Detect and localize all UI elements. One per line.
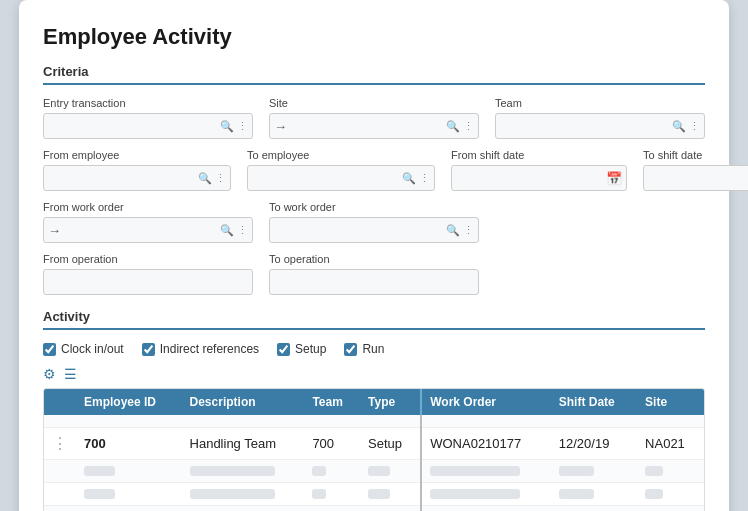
- table-row: [44, 506, 704, 512]
- cell-type: Setup: [360, 428, 421, 460]
- site-input[interactable]: → 🔍 ⋮: [269, 113, 479, 139]
- to-work-order-input[interactable]: 🔍 ⋮: [269, 217, 479, 243]
- from-operation-text[interactable]: [48, 275, 248, 289]
- cell-employee-id: [76, 460, 182, 483]
- search-icon[interactable]: 🔍: [220, 224, 234, 237]
- search-icon[interactable]: 🔍: [220, 120, 234, 133]
- from-operation-input[interactable]: [43, 269, 253, 295]
- menu-icon[interactable]: ⋮: [463, 224, 474, 237]
- table-row: [44, 460, 704, 483]
- from-work-order-text[interactable]: [65, 223, 220, 237]
- search-icon[interactable]: 🔍: [672, 120, 686, 133]
- menu-icon[interactable]: ⋮: [463, 120, 474, 133]
- menu-icon[interactable]: ⋮: [237, 120, 248, 133]
- to-work-order-text[interactable]: [274, 223, 446, 237]
- to-operation-text[interactable]: [274, 275, 474, 289]
- activity-table-wrapper: Employee ID Description Team Type Work O…: [43, 388, 705, 511]
- list-icon[interactable]: ☰: [64, 366, 77, 382]
- table-row: [44, 415, 704, 428]
- setup-label: Setup: [295, 342, 326, 356]
- cell-type: [360, 415, 421, 428]
- indirect-refs-checkbox[interactable]: Indirect references: [142, 342, 259, 356]
- team-icons: 🔍 ⋮: [672, 120, 700, 133]
- entry-transaction-label: Entry transaction: [43, 97, 253, 109]
- to-employee-input[interactable]: 🔍 ⋮: [247, 165, 435, 191]
- from-work-order-input[interactable]: → 🔍 ⋮: [43, 217, 253, 243]
- site-icons: 🔍 ⋮: [446, 120, 474, 133]
- team-label: Team: [495, 97, 705, 109]
- team-text[interactable]: [500, 119, 672, 133]
- checkboxes-row: Clock in/out Indirect references Setup R…: [43, 342, 705, 356]
- activity-section: Activity Clock in/out Indirect reference…: [43, 309, 705, 511]
- page-title: Employee Activity: [43, 24, 705, 50]
- cell-site: [637, 460, 704, 483]
- cell-work-order: [421, 483, 551, 506]
- from-shift-date-text[interactable]: [456, 171, 606, 185]
- from-shift-date-input[interactable]: 📅: [451, 165, 627, 191]
- calendar-icon[interactable]: 📅: [606, 171, 622, 186]
- to-operation-input[interactable]: [269, 269, 479, 295]
- cell-shift-date: [551, 506, 637, 512]
- search-icon[interactable]: 🔍: [446, 120, 460, 133]
- cell-site: [637, 506, 704, 512]
- entry-transaction-field: Entry transaction 🔍 ⋮: [43, 97, 253, 139]
- cell-type: [360, 460, 421, 483]
- table-row: [44, 483, 704, 506]
- from-work-order-field: From work order → 🔍 ⋮: [43, 201, 253, 243]
- menu-icon[interactable]: ⋮: [237, 224, 248, 237]
- to-work-order-label: To work order: [269, 201, 479, 213]
- menu-icon[interactable]: ⋮: [215, 172, 226, 185]
- cell-description: [182, 415, 305, 428]
- col-description: Description: [182, 389, 305, 415]
- team-input[interactable]: 🔍 ⋮: [495, 113, 705, 139]
- from-employee-input[interactable]: 🔍 ⋮: [43, 165, 231, 191]
- search-icon[interactable]: 🔍: [198, 172, 212, 185]
- cell-team: 700: [304, 428, 360, 460]
- from-shift-date-label: From shift date: [451, 149, 627, 161]
- search-icon[interactable]: 🔍: [446, 224, 460, 237]
- main-card: Employee Activity Criteria Entry transac…: [19, 0, 729, 511]
- run-check[interactable]: [344, 343, 357, 356]
- entry-transaction-text[interactable]: [48, 119, 220, 133]
- to-operation-field: To operation: [269, 253, 479, 295]
- cell-employee-id: 700: [76, 428, 182, 460]
- team-field: Team 🔍 ⋮: [495, 97, 705, 139]
- cell-site: NA021: [637, 428, 704, 460]
- col-site: Site: [637, 389, 704, 415]
- row-handle: ⋮: [44, 428, 76, 460]
- to-shift-date-input[interactable]: 📅: [643, 165, 748, 191]
- cell-type: [360, 483, 421, 506]
- cell-description: [182, 460, 305, 483]
- criteria-row-2: From employee 🔍 ⋮ To employee 🔍 ⋮ From s…: [43, 149, 705, 191]
- to-shift-date-text[interactable]: [648, 171, 748, 185]
- cell-team: [304, 460, 360, 483]
- settings-icon[interactable]: ⚙: [43, 366, 56, 382]
- setup-check[interactable]: [277, 343, 290, 356]
- menu-icon[interactable]: ⋮: [419, 172, 430, 185]
- cell-description: [182, 483, 305, 506]
- search-icon[interactable]: 🔍: [402, 172, 416, 185]
- setup-checkbox[interactable]: Setup: [277, 342, 326, 356]
- to-employee-text[interactable]: [252, 171, 402, 185]
- site-text[interactable]: [291, 119, 446, 133]
- run-checkbox[interactable]: Run: [344, 342, 384, 356]
- from-employee-text[interactable]: [48, 171, 198, 185]
- criteria-row-4: From operation To operation: [43, 253, 705, 295]
- activity-table: Employee ID Description Team Type Work O…: [44, 389, 704, 511]
- to-shift-date-field: To shift date 📅: [643, 149, 748, 191]
- col-employee-id: Employee ID: [76, 389, 182, 415]
- to-work-order-field: To work order 🔍 ⋮: [269, 201, 479, 243]
- to-operation-label: To operation: [269, 253, 479, 265]
- menu-icon[interactable]: ⋮: [689, 120, 700, 133]
- row-handle: [44, 460, 76, 483]
- from-shift-date-field: From shift date 📅: [451, 149, 627, 191]
- from-employee-label: From employee: [43, 149, 231, 161]
- cell-team: [304, 506, 360, 512]
- clock-inout-check[interactable]: [43, 343, 56, 356]
- entry-transaction-icons: 🔍 ⋮: [220, 120, 248, 133]
- indirect-refs-check[interactable]: [142, 343, 155, 356]
- clock-inout-checkbox[interactable]: Clock in/out: [43, 342, 124, 356]
- entry-transaction-input[interactable]: 🔍 ⋮: [43, 113, 253, 139]
- criteria-row-3: From work order → 🔍 ⋮ To work order 🔍 ⋮: [43, 201, 705, 243]
- cell-employee-id: [76, 483, 182, 506]
